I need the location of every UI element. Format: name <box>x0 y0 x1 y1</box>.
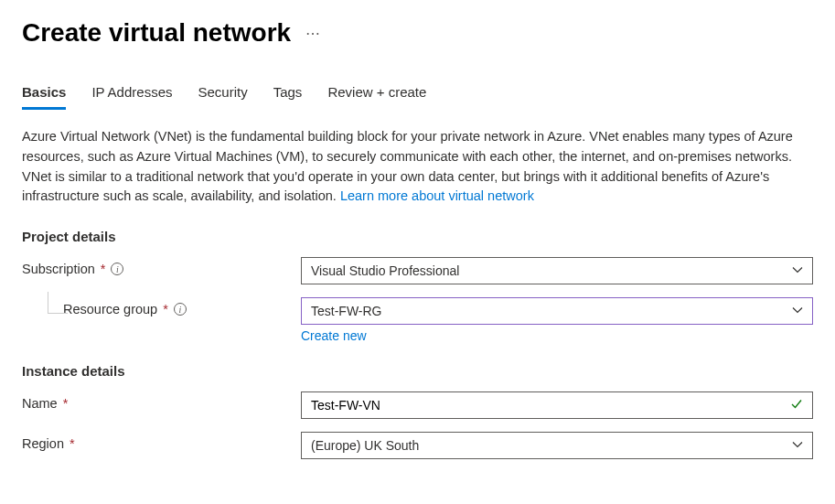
description-text: Azure Virtual Network (VNet) is the fund… <box>22 127 813 207</box>
region-value: (Europe) UK South <box>311 438 419 453</box>
tab-tags[interactable]: Tags <box>273 84 303 110</box>
learn-more-link[interactable]: Learn more about virtual network <box>340 188 534 203</box>
chevron-down-icon <box>792 263 803 278</box>
chevron-down-icon <box>792 438 803 453</box>
create-new-link[interactable]: Create new <box>301 328 367 343</box>
resource-group-label: Resource group <box>63 302 157 316</box>
info-icon[interactable]: i <box>174 303 187 316</box>
required-marker: * <box>70 436 75 451</box>
region-select[interactable]: (Europe) UK South <box>301 432 813 459</box>
required-marker: * <box>101 262 106 276</box>
name-label: Name <box>22 396 58 411</box>
region-label: Region <box>22 436 64 451</box>
subscription-value: Visual Studio Professional <box>311 263 459 278</box>
resource-group-value: Test-FW-RG <box>311 304 382 318</box>
chevron-down-icon <box>792 304 803 318</box>
tree-connector <box>48 292 68 314</box>
name-input-wrapper <box>301 391 813 419</box>
subscription-select[interactable]: Visual Studio Professional <box>301 257 813 284</box>
section-title-project: Project details <box>22 229 813 244</box>
name-input[interactable] <box>311 392 785 418</box>
tab-bar: Basics IP Addresses Security Tags Review… <box>22 84 813 111</box>
tab-review-create[interactable]: Review + create <box>327 84 426 110</box>
subscription-label: Subscription <box>22 262 95 276</box>
more-actions-button[interactable]: ⋯ <box>305 25 321 42</box>
resource-group-select[interactable]: Test-FW-RG <box>301 297 813 325</box>
check-icon <box>790 398 803 413</box>
info-icon[interactable]: i <box>111 263 123 275</box>
tab-ip-addresses[interactable]: IP Addresses <box>91 84 172 110</box>
tab-basics[interactable]: Basics <box>22 84 66 110</box>
required-marker: * <box>163 302 168 316</box>
tab-security[interactable]: Security <box>198 84 248 110</box>
section-title-instance: Instance details <box>22 363 813 379</box>
required-marker: * <box>63 396 69 411</box>
page-title: Create virtual network <box>22 18 291 48</box>
